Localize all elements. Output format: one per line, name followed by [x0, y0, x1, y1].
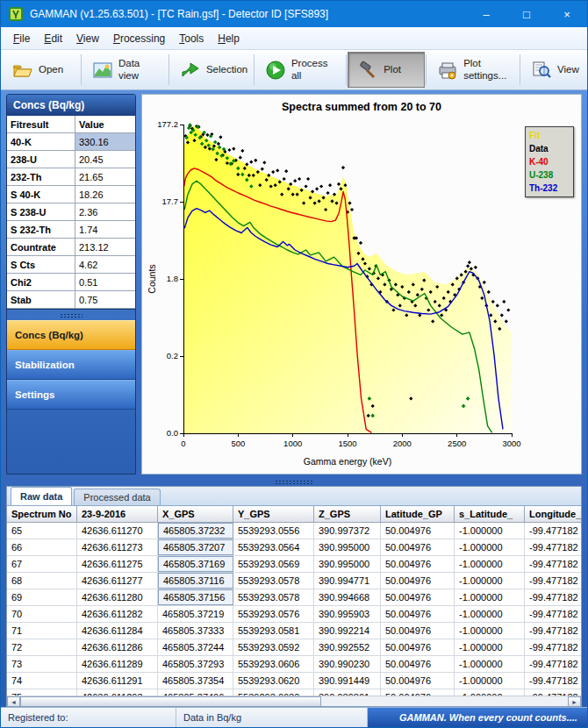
grid-cell[interactable]: -1.000000: [455, 656, 525, 672]
grid-cell[interactable]: -1.000000: [455, 623, 525, 639]
menu-tools[interactable]: Tools: [172, 29, 211, 48]
grid-cell[interactable]: 5539293.0576: [233, 606, 314, 622]
grid-cell[interactable]: 50.004976: [381, 556, 455, 572]
grid-cell[interactable]: -99.477182: [525, 623, 581, 639]
close-button[interactable]: ×: [547, 1, 587, 27]
grid-cell[interactable]: 5539293.0556: [233, 523, 314, 539]
grid-cell[interactable]: 465805.37293: [158, 656, 233, 672]
table-row[interactable]: 6942636.611280465805.371565539293.057839…: [7, 589, 581, 606]
selection-button[interactable]: Selection: [170, 52, 253, 88]
table-row[interactable]: 7342636.611289465805.372935539293.060639…: [7, 656, 581, 673]
grid-cell[interactable]: 42636.611286: [77, 639, 158, 655]
grid-cell[interactable]: 42636.611284: [77, 623, 158, 639]
grid-cell[interactable]: 73: [7, 656, 77, 672]
grid-col-header-z-gps[interactable]: Z_GPS: [314, 506, 381, 522]
grid-cell[interactable]: 50.004976: [381, 623, 455, 639]
grid-cell[interactable]: 50.004976: [381, 689, 455, 696]
grid-cell[interactable]: 72: [7, 639, 77, 655]
grid-cell[interactable]: -99.477182: [525, 606, 581, 622]
grid-cell[interactable]: 42636.611273: [77, 539, 158, 555]
grid-cell[interactable]: -1.000000: [455, 606, 525, 622]
grid-cell[interactable]: 390.994771: [314, 573, 381, 589]
menu-processing[interactable]: Processing: [106, 29, 172, 48]
grid-cell[interactable]: 465805.37116: [158, 573, 233, 589]
grid-cell[interactable]: 465805.37333: [158, 623, 233, 639]
grid-cell[interactable]: 50.004976: [381, 523, 455, 539]
grid-cell[interactable]: 5539293.0564: [233, 539, 314, 555]
grid-cell[interactable]: 42636.611282: [77, 606, 158, 622]
grid-cell[interactable]: 390.995000: [314, 556, 381, 572]
table-row[interactable]: 6642636.611273465805.372075539293.056439…: [7, 539, 581, 556]
grid-cell[interactable]: -99.477182: [525, 639, 581, 655]
plot-settings-button[interactable]: Plot settings...: [427, 52, 519, 88]
grid-cell[interactable]: 465805.37219: [158, 606, 233, 622]
table-row[interactable]: 7242636.611286465805.372445539293.059239…: [7, 639, 581, 656]
scrollbar-track[interactable]: [20, 696, 568, 707]
grid-col-header-x-gps[interactable]: X_GPS: [158, 506, 233, 522]
grid-cell[interactable]: 465805.37232: [158, 523, 233, 539]
plot-button[interactable]: Plot: [348, 52, 425, 88]
grid-cell[interactable]: 390.990230: [314, 656, 381, 672]
spectrum-chart[interactable]: 177.217.71.80.20.00500100015002000250030…: [144, 118, 579, 472]
horizontal-scrollbar[interactable]: ◄ ►: [7, 696, 581, 707]
grid-cell[interactable]: 50.004976: [381, 539, 455, 555]
grid-cell[interactable]: 50.004976: [381, 589, 455, 605]
grid-cell[interactable]: 465805.37354: [158, 673, 233, 689]
grid-cell[interactable]: 5539293.0620: [233, 673, 314, 689]
grid-cell[interactable]: 390.989861: [314, 689, 381, 696]
menu-help[interactable]: Help: [211, 29, 247, 48]
tab-raw-data[interactable]: Raw data: [11, 487, 72, 505]
grid-cell[interactable]: -1.000000: [455, 689, 525, 696]
grid-cell[interactable]: 465805.37244: [158, 639, 233, 655]
grid-cell[interactable]: 465805.37207: [158, 539, 233, 555]
grid-cell[interactable]: 5539293.0630: [233, 689, 314, 696]
grid-cell[interactable]: 5539293.0592: [233, 639, 314, 655]
menu-edit[interactable]: Edit: [37, 29, 69, 48]
grid-cell[interactable]: 65: [7, 523, 77, 539]
grid-cell[interactable]: 465805.37406: [158, 689, 233, 696]
grid-cell[interactable]: 390.992552: [314, 639, 381, 655]
grid-cell[interactable]: -1.000000: [455, 589, 525, 605]
grid-col-header-y-gps[interactable]: Y_GPS: [233, 506, 314, 522]
table-row[interactable]: 7542636.611293465805.374065539293.063039…: [7, 689, 581, 696]
grid-cell[interactable]: 390.997372: [314, 523, 381, 539]
sidebar-item-concs-bq-kg[interactable]: Concs (Bq/kg): [7, 320, 135, 350]
grid-cell[interactable]: 71: [7, 623, 77, 639]
table-row[interactable]: 6742636.611275465805.371695539293.056939…: [7, 556, 581, 573]
grid-cell[interactable]: -1.000000: [455, 539, 525, 555]
grid-cell[interactable]: 42636.611270: [77, 523, 158, 539]
scroll-right-button[interactable]: ►: [568, 696, 581, 707]
grid-cell[interactable]: 50.004976: [381, 656, 455, 672]
table-row[interactable]: 6842636.611277465805.371165539293.057839…: [7, 573, 581, 589]
grid-cell[interactable]: 5539293.0578: [233, 589, 314, 605]
grid-cell[interactable]: 42636.611289: [77, 656, 158, 672]
sidebar-item-settings[interactable]: Settings: [7, 380, 135, 410]
grid-cell[interactable]: 465805.37169: [158, 556, 233, 572]
grid-cell[interactable]: 69: [7, 589, 77, 605]
grid-cell[interactable]: 5539293.0606: [233, 656, 314, 672]
grid-cell[interactable]: -99.477182: [525, 556, 581, 572]
grid-cell[interactable]: -99.477182: [525, 589, 581, 605]
menu-view[interactable]: View: [69, 29, 106, 48]
grid-cell[interactable]: 5539293.0578: [233, 573, 314, 589]
grid-cell[interactable]: 390.994668: [314, 589, 381, 605]
grid-col-header-spectrum-no[interactable]: Spectrum No: [7, 506, 77, 522]
grid-cell[interactable]: 68: [7, 573, 77, 589]
grid-cell[interactable]: -1.000000: [455, 556, 525, 572]
grid-col-header-longitude[interactable]: Longitude_: [525, 506, 581, 522]
grid-cell[interactable]: 50.004976: [381, 573, 455, 589]
grid-col-header-latitude-gp[interactable]: Latitude_GP: [381, 506, 455, 522]
grid-cell[interactable]: 5539293.0581: [233, 623, 314, 639]
view-button[interactable]: View: [521, 52, 585, 88]
grid-cell[interactable]: 74: [7, 673, 77, 689]
grid-cell[interactable]: 75: [7, 689, 77, 696]
grid-cell[interactable]: -99.477182: [525, 523, 581, 539]
grid-cell[interactable]: -1.000000: [455, 639, 525, 655]
table-row[interactable]: 7042636.611282465805.372195539293.057639…: [7, 606, 581, 623]
grid-cell[interactable]: -1.000000: [455, 573, 525, 589]
sidebar-item-stabilization[interactable]: Stabilization: [7, 350, 135, 380]
grid-cell[interactable]: 50.004976: [381, 673, 455, 689]
table-row[interactable]: 6542636.611270465805.372325539293.055639…: [7, 523, 581, 539]
scrollbar-thumb[interactable]: [20, 696, 321, 707]
grid-cell[interactable]: -99.477182: [525, 539, 581, 555]
